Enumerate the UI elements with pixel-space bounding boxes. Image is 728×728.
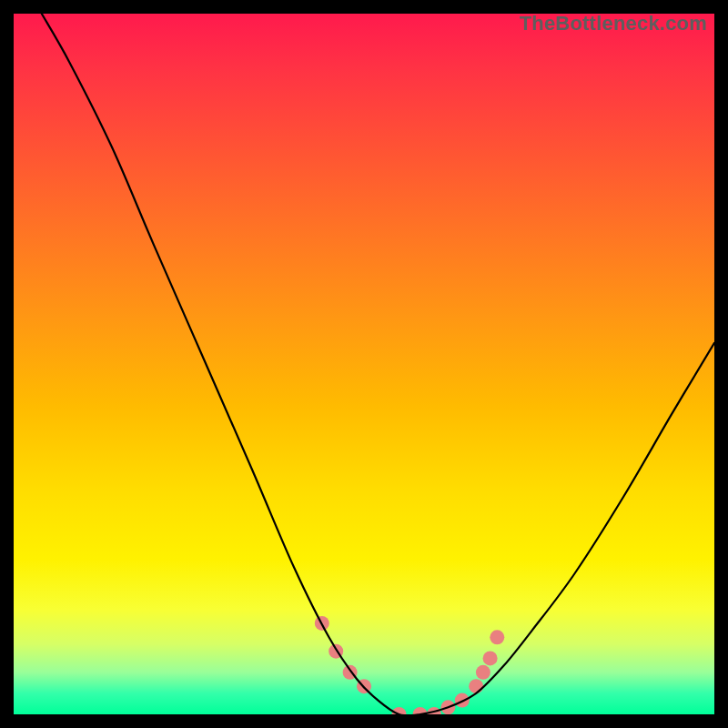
watermark-text: TheBottleneck.com	[520, 12, 707, 35]
chart-svg	[14, 14, 714, 714]
highlight-dot	[476, 665, 490, 680]
highlight-dot	[455, 693, 470, 708]
chart-frame: TheBottleneck.com	[14, 14, 714, 714]
highlight-dot	[392, 707, 407, 714]
highlight-dot	[469, 679, 483, 693]
highlight-dot	[483, 651, 498, 665]
marker-group	[315, 616, 505, 714]
highlight-dot	[490, 630, 504, 644]
bottleneck-curve	[42, 14, 714, 714]
